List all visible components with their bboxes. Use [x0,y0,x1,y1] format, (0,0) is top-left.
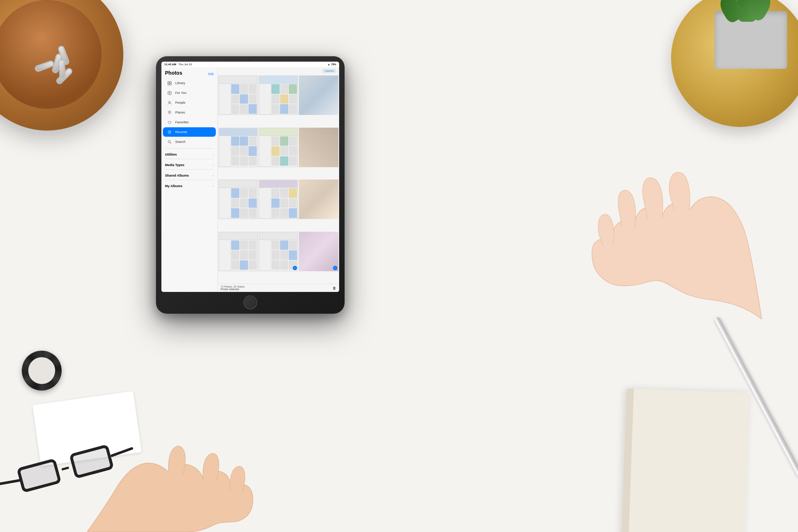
ss-body-11 [259,240,297,271]
my-albums-title: My Albums [165,184,182,188]
ss-cell [231,84,239,94]
screenshot-preview-1 [219,76,257,114]
screenshot-preview-4 [219,128,257,166]
svg-rect-0 [168,81,169,83]
ss-cell [271,250,280,260]
ss-cell [231,198,239,208]
ss-cell [240,104,248,114]
ss-cell [280,188,288,198]
ss-cell [231,146,239,156]
ipad-camera [249,59,252,62]
ss-cell [289,84,297,94]
ss-cell [248,156,257,166]
ss-cell [289,136,297,146]
glasses-arm-left [0,479,22,485]
ss-sidebar-5 [259,136,271,166]
sidebar-item-search[interactable]: Search [163,137,216,147]
ss-main-4 [231,136,258,166]
ss-cell [248,208,257,218]
ss-cell [280,104,288,114]
favorites-label: Favorites [175,120,189,124]
recents-icon [166,129,172,135]
ss-header-5 [259,128,297,136]
ss-cell [248,188,257,198]
ss-cell [280,250,288,260]
photo-thumbnail-7[interactable] [218,180,258,219]
svg-rect-1 [170,81,172,83]
ss-body-8 [259,188,297,218]
sidebar-item-library[interactable]: Library [163,78,216,88]
sidebar-item-favorites[interactable]: Favorites [163,117,216,127]
photo-thumbnail-4[interactable] [218,128,258,167]
photo-thumbnail-9[interactable] [299,180,338,219]
ss-cell [240,156,248,166]
photo-thumbnail-6[interactable] [299,128,338,167]
my-albums-header[interactable]: My Albums › [161,182,217,190]
ss-cell [231,250,239,260]
screenshot-preview-7 [219,180,257,218]
glasses-lens-left [16,458,61,493]
screenshot-preview-5 [259,128,297,166]
sidebar-item-recents[interactable]: Recents [163,127,216,137]
ss-cell [280,198,288,208]
utilities-chevron-icon: › [213,153,214,156]
sidebar-item-for-you[interactable]: For You [163,88,216,98]
screenshot-preview-11 [259,232,297,271]
ss-cell [231,240,239,250]
photo-thumbnail-5[interactable] [259,128,298,167]
glasses-lens-right [69,444,114,479]
photo-thumbnail-2[interactable] [259,75,298,115]
ss-sidebar-10 [219,240,231,271]
ss-cell [248,240,257,250]
sidebar-header: Photos Edit [161,67,217,77]
utilities-header[interactable]: Utilities › [161,151,217,158]
screenshot-preview-10 [219,232,257,271]
sidebar-navigation: Library For You [161,77,217,148]
plant-leaves [707,0,791,54]
app-layout: Photos Edit Library [161,67,339,292]
ss-cell [289,208,297,218]
right-hand-overlay [562,102,780,319]
photos-sidebar: Photos Edit Library [161,67,218,292]
washi-tape-decoration [22,351,62,391]
ss-sidebar-1 [219,84,231,114]
photo-thumbnail-12[interactable] [299,232,338,271]
media-types-header[interactable]: Media Types › [161,161,217,169]
ipad-home-button[interactable] [243,296,257,309]
notebook-spine [621,388,634,532]
glasses-bridge [62,467,69,471]
trash-icon[interactable]: 🗑 [333,286,336,290]
photos-selected-text: Photos Selected [221,288,244,290]
status-icons: ▲ 70% [328,63,336,66]
photo-thumbnail-1[interactable] [218,75,258,115]
svg-rect-3 [170,83,172,85]
screenshot-preview-8 [259,180,297,218]
glasses-frame [16,444,114,493]
content-status-bar: 72 Photos, 26 Videos Photos Selected 🗑 [218,284,339,292]
photos-main-content: Cancel [218,67,339,292]
photo-inner-9 [299,180,338,219]
ss-cell [240,208,248,218]
ss-cell [248,260,257,270]
photo-thumbnail-10[interactable] [218,232,258,271]
photo-grid [218,75,339,284]
ss-cell [248,94,257,104]
cancel-button[interactable]: Cancel [322,69,336,73]
ss-cell [240,188,248,198]
ss-cell [248,84,257,94]
sidebar-divider-4 [165,180,214,180]
sidebar-item-places[interactable]: Places [163,108,216,117]
photo-thumbnail-11[interactable] [259,232,298,271]
paper-clips-decoration [51,51,94,94]
photo-thumbnail-8[interactable] [259,180,298,219]
shared-albums-header[interactable]: Shared Albums › [161,172,217,179]
people-label: People [175,101,185,104]
sidebar-item-people[interactable]: People [163,98,216,107]
search-label: Search [175,140,186,144]
photo-thumbnail-3[interactable] [299,75,338,115]
ss-header-10 [219,232,257,240]
recents-label: Recents [175,130,187,134]
sidebar-edit-button[interactable]: Edit [208,72,214,76]
ss-cell [231,188,239,198]
sidebar-divider-3 [165,169,214,170]
